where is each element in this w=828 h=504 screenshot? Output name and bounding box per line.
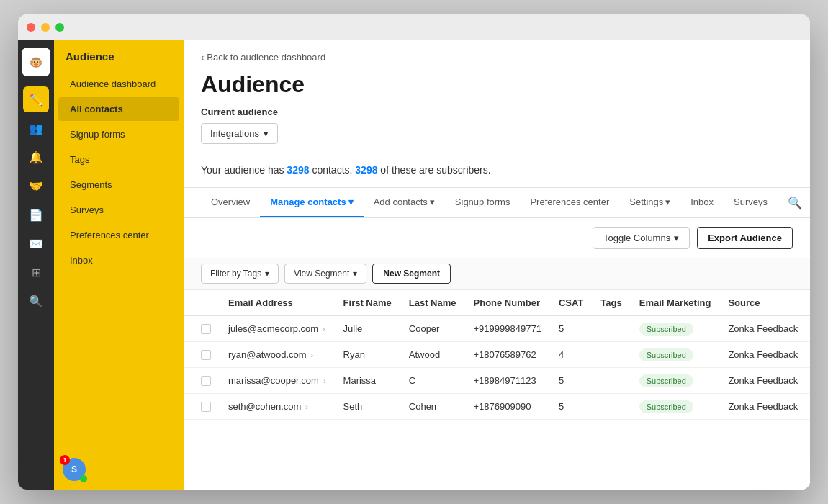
new-segment-button[interactable]: New Segment xyxy=(372,264,451,284)
col-source[interactable]: Source xyxy=(719,290,806,316)
row-rating: ★★★ xyxy=(806,342,810,368)
col-tags[interactable]: Tags xyxy=(592,290,630,316)
row-email[interactable]: ryan@atwood.com › xyxy=(220,342,335,368)
row-first-name: Ryan xyxy=(335,342,400,368)
view-segment-label: View Segment xyxy=(294,269,349,279)
col-last-name[interactable]: Last Name xyxy=(400,290,465,316)
audience-dropdown-chevron-icon: ▾ xyxy=(264,128,269,139)
sidebar-item-surveys[interactable]: Surveys xyxy=(58,198,179,222)
col-csat[interactable]: CSAT xyxy=(550,290,592,316)
avatar-label: S xyxy=(71,464,77,474)
col-checkbox xyxy=(184,290,220,316)
audience-stat: Your audience has 3298 contacts. 3298 of… xyxy=(184,156,810,187)
row-email-marketing: Subscribed xyxy=(631,342,720,368)
tab-preferences-center[interactable]: Preferences center xyxy=(520,188,619,217)
row-source: Zonka Feedback xyxy=(719,394,806,420)
row-expand-icon[interactable]: › xyxy=(323,325,325,333)
col-email-marketing[interactable]: Email Marketing xyxy=(631,290,720,316)
stat-count2[interactable]: 3298 xyxy=(355,164,377,176)
view-segment-button[interactable]: View Segment ▾ xyxy=(284,264,366,284)
table-row: marissa@cooper.com › Marissa C +18984971… xyxy=(184,368,810,394)
subscribed-badge: Subscribed xyxy=(639,323,693,336)
toggle-columns-label: Toggle Columns xyxy=(603,233,670,243)
col-contact-rating[interactable]: Contact Ra... xyxy=(806,290,810,316)
filter-by-tags-button[interactable]: Filter by Tags ▾ xyxy=(201,264,279,284)
tab-add-contacts[interactable]: Add contacts ▾ xyxy=(364,188,445,217)
tab-inbox[interactable]: Inbox xyxy=(680,188,724,217)
row-checkbox[interactable] xyxy=(201,324,211,334)
audience-dropdown[interactable]: Integrations ▾ xyxy=(201,123,278,144)
row-email[interactable]: seth@cohen.com › xyxy=(220,394,335,420)
row-email[interactable]: jules@acmecorp.com › xyxy=(220,316,335,342)
tab-manage-contacts-label: Manage contacts xyxy=(270,197,346,207)
row-csat: 5 xyxy=(550,368,592,394)
sidebar-item-audience-dashboard[interactable]: Audience dashboard xyxy=(58,72,179,96)
back-link[interactable]: ‹ Back to audience dashboard xyxy=(184,40,810,68)
tab-surveys[interactable]: Surveys xyxy=(724,188,778,217)
row-checkbox[interactable] xyxy=(201,376,211,386)
nav-icon-mail[interactable]: ✉️ xyxy=(23,230,49,256)
mailchimp-logo: 🐵 xyxy=(29,55,43,69)
app-window: 🐵 ✏️ 👥 🔔 🤝 📄 ✉️ ⊞ 🔍 Audience Audience da… xyxy=(18,14,810,490)
export-audience-button[interactable]: Export Audience xyxy=(697,227,793,249)
row-checkbox-cell xyxy=(184,342,220,368)
nav-icon-page[interactable]: 📄 xyxy=(23,202,49,228)
audience-section: Current audience Integrations ▾ xyxy=(184,107,810,156)
row-expand-icon[interactable]: › xyxy=(305,402,308,411)
row-checkbox-cell xyxy=(184,394,220,420)
row-rating: ★★★ xyxy=(806,368,810,394)
sidebar-item-preferences-center[interactable]: Preferences center xyxy=(58,223,179,247)
stat-count1[interactable]: 3298 xyxy=(287,164,309,176)
online-indicator xyxy=(80,475,87,482)
avatar[interactable]: 1 S xyxy=(63,458,86,481)
tab-overview[interactable]: Overview xyxy=(201,188,260,217)
back-link-text[interactable]: Back to audience dashboard xyxy=(207,52,325,63)
row-first-name: Julie xyxy=(335,316,400,342)
tab-signup-forms[interactable]: Signup forms xyxy=(445,188,521,217)
nav-icon-grid[interactable]: ⊞ xyxy=(23,259,49,285)
row-checkbox[interactable] xyxy=(201,402,211,412)
row-phone: +18984971123 xyxy=(465,368,550,394)
row-expand-icon[interactable]: › xyxy=(311,351,314,359)
sidebar-item-all-contacts[interactable]: All contacts xyxy=(58,97,179,121)
tab-manage-contacts-chevron-icon: ▾ xyxy=(348,197,354,207)
toolbar-row: Toggle Columns ▾ Export Audience xyxy=(184,218,810,258)
maximize-button[interactable] xyxy=(55,23,64,32)
row-email-marketing: Subscribed xyxy=(631,368,720,394)
stat-prefix: Your audience has xyxy=(201,164,287,176)
col-email[interactable]: Email Address xyxy=(220,290,335,316)
row-expand-icon[interactable]: › xyxy=(323,377,326,385)
tab-settings[interactable]: Settings ▾ xyxy=(619,188,680,217)
row-csat: 5 xyxy=(550,394,592,420)
tab-manage-contacts[interactable]: Manage contacts ▾ xyxy=(260,188,363,217)
nav-icon-search[interactable]: 🔍 xyxy=(23,288,49,314)
toggle-columns-button[interactable]: Toggle Columns ▾ xyxy=(593,227,690,249)
row-email[interactable]: marissa@cooper.com › xyxy=(220,368,335,394)
close-button[interactable] xyxy=(27,23,35,32)
back-chevron-icon: ‹ xyxy=(201,52,204,63)
tabs-bar: Overview Manage contacts ▾ Add contacts … xyxy=(184,187,810,218)
nav-icon-bell[interactable]: 🔔 xyxy=(23,144,49,170)
tab-settings-chevron-icon: ▾ xyxy=(665,197,670,207)
sidebar-item-tags[interactable]: Tags xyxy=(58,148,179,171)
row-last-name: Cooper xyxy=(400,316,465,342)
nav-icon-contacts[interactable]: 🤝 xyxy=(23,173,49,199)
sidebar-item-segments[interactable]: Segments xyxy=(58,173,179,197)
sidebar-item-inbox[interactable]: Inbox xyxy=(58,248,179,272)
row-checkbox[interactable] xyxy=(201,350,211,360)
nav-icon-people[interactable]: 👥 xyxy=(23,115,49,141)
col-phone[interactable]: Phone Number xyxy=(465,290,550,316)
filter-row: Filter by Tags ▾ View Segment ▾ New Segm… xyxy=(184,258,810,290)
nav-icon-edit[interactable]: ✏️ xyxy=(23,86,49,112)
row-phone: +1876909090 xyxy=(465,394,550,420)
tab-settings-label: Settings xyxy=(629,197,663,207)
minimize-button[interactable] xyxy=(41,23,50,32)
logo: 🐵 xyxy=(22,48,50,76)
col-first-name[interactable]: First Name xyxy=(335,290,400,316)
search-icon[interactable]: 🔍 xyxy=(778,190,810,215)
row-rating: ★★★ xyxy=(806,394,810,420)
sidebar-item-signup-forms[interactable]: Signup forms xyxy=(58,122,179,146)
row-checkbox-cell xyxy=(184,316,220,342)
subscribed-badge: Subscribed xyxy=(639,400,693,413)
filter-by-tags-label: Filter by Tags xyxy=(210,269,261,279)
